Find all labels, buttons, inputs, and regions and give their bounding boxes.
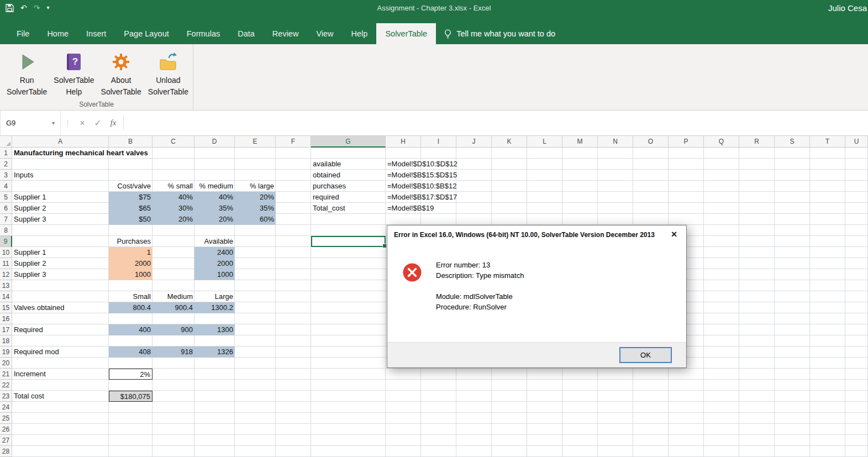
cell-C4[interactable]: % small	[152, 181, 194, 192]
cell-A11[interactable]: Supplier 2	[12, 258, 48, 269]
cell-A10[interactable]: Supplier 1	[12, 247, 48, 258]
tab-formulas[interactable]: Formulas	[178, 23, 229, 44]
column-header-A[interactable]: A	[12, 136, 109, 148]
cell-H4[interactable]: =Model!$B$10:$B$12	[386, 181, 458, 192]
column-header-B[interactable]: B	[109, 136, 152, 148]
tab-home[interactable]: Home	[38, 23, 77, 44]
row-header-1[interactable]: 1	[0, 148, 12, 159]
column-header-M[interactable]: M	[562, 136, 598, 148]
tab-file[interactable]: File	[8, 23, 38, 44]
cell-G5[interactable]: required	[311, 192, 341, 203]
row-header-15[interactable]: 15	[0, 302, 12, 313]
cell-G6[interactable]: Total_cost	[311, 203, 347, 214]
cell-E7[interactable]: 60%	[235, 214, 276, 225]
row-header-19[interactable]: 19	[0, 346, 12, 358]
column-header-I[interactable]: I	[421, 136, 456, 148]
column-header-U[interactable]: U	[845, 136, 868, 148]
about-solvertable-button[interactable]: AboutSolverTable	[98, 48, 145, 98]
column-header-O[interactable]: O	[633, 136, 669, 148]
tab-insert[interactable]: Insert	[77, 23, 115, 44]
column-header-D[interactable]: D	[194, 136, 235, 148]
row-header-7[interactable]: 7	[0, 214, 12, 225]
cell-D11[interactable]: 2000	[194, 258, 235, 269]
formula-input[interactable]	[126, 111, 868, 135]
cell-D10[interactable]: 2400	[194, 247, 235, 258]
row-header-11[interactable]: 11	[0, 258, 12, 269]
cell-D6[interactable]: 35%	[194, 203, 235, 214]
row-header-23[interactable]: 23	[0, 391, 12, 402]
row-header-18[interactable]: 18	[0, 335, 12, 346]
cell-C5[interactable]: 40%	[152, 192, 194, 203]
cell-C19[interactable]: 918	[152, 346, 194, 358]
tell-me-box[interactable]: Tell me what you want to do	[444, 23, 555, 44]
row-header-8[interactable]: 8	[0, 225, 12, 236]
tab-review[interactable]: Review	[264, 23, 308, 44]
cell-C14[interactable]: Medium	[152, 291, 194, 302]
tab-help[interactable]: Help	[343, 23, 377, 44]
cell-A1[interactable]: Manufacturing mechanical heart valves	[12, 148, 150, 159]
column-header-G[interactable]: G	[311, 136, 386, 148]
insert-function-icon[interactable]: fx	[106, 118, 121, 128]
cell-E4[interactable]: % large	[235, 181, 276, 192]
cell-A3[interactable]: Inputs	[12, 170, 35, 181]
cell-A12[interactable]: Supplier 3	[12, 269, 48, 280]
cell-B14[interactable]: Small	[109, 291, 152, 302]
tab-page-layout[interactable]: Page Layout	[115, 23, 177, 44]
cell-D9[interactable]: Available	[194, 236, 235, 247]
cell-A21[interactable]: Increment	[12, 369, 48, 380]
cell-D12[interactable]: 1000	[194, 269, 235, 280]
cell-C15[interactable]: 900.4	[152, 302, 194, 313]
column-header-N[interactable]: N	[598, 136, 633, 148]
cell-B7[interactable]: $50	[109, 214, 152, 225]
row-header-12[interactable]: 12	[0, 269, 12, 280]
row-header-14[interactable]: 14	[0, 291, 12, 302]
select-all-corner[interactable]	[0, 136, 12, 148]
cell-B9[interactable]: Purchases	[109, 236, 152, 247]
customize-qat-icon[interactable]: ▾	[46, 5, 49, 10]
row-header-25[interactable]: 25	[0, 413, 12, 424]
cell-G4[interactable]: purchases	[311, 181, 348, 192]
tab-view[interactable]: View	[307, 23, 342, 44]
row-header-5[interactable]: 5	[0, 192, 12, 203]
cell-B6[interactable]: $65	[109, 203, 152, 214]
cell-D19[interactable]: 1326	[194, 346, 235, 358]
column-header-H[interactable]: H	[386, 136, 421, 148]
close-icon[interactable]: ×	[662, 225, 686, 244]
row-header-27[interactable]: 27	[0, 435, 12, 446]
chevron-down-icon[interactable]: ▾	[52, 120, 55, 126]
undo-icon[interactable]: ↶	[20, 4, 27, 12]
column-header-P[interactable]: P	[669, 136, 704, 148]
cell-A7[interactable]: Supplier 3	[12, 214, 48, 225]
row-header-17[interactable]: 17	[0, 324, 12, 335]
unload-solvertable-button[interactable]: UnloadSolverTable	[145, 48, 192, 98]
ok-button[interactable]: OK	[619, 347, 672, 363]
cell-G2[interactable]: available	[311, 159, 343, 170]
cell-A17[interactable]: Required	[12, 324, 45, 335]
row-header-4[interactable]: 4	[0, 181, 12, 192]
cell-H2[interactable]: =Model!$D$10:$D$12	[386, 159, 459, 170]
cell-G3[interactable]: obtained	[311, 170, 342, 181]
cell-E6[interactable]: 35%	[235, 203, 276, 214]
column-header-C[interactable]: C	[152, 136, 194, 148]
solvertable-help-button[interactable]: ? SolverTableHelp	[50, 48, 97, 98]
column-header-J[interactable]: J	[456, 136, 492, 148]
cell-B17[interactable]: 400	[109, 324, 152, 335]
row-header-22[interactable]: 22	[0, 380, 12, 391]
cell-D15[interactable]: 1300.2	[194, 302, 235, 313]
column-header-S[interactable]: S	[775, 136, 810, 148]
cell-D4[interactable]: % medium	[194, 181, 235, 192]
column-header-E[interactable]: E	[235, 136, 276, 148]
cell-A23[interactable]: Total cost	[12, 391, 46, 402]
cell-E5[interactable]: 20%	[235, 192, 276, 203]
tab-solvertable[interactable]: SolverTable	[376, 23, 436, 44]
redo-icon[interactable]: ↷	[34, 4, 40, 12]
cell-B23[interactable]: $180,075	[109, 391, 152, 402]
cell-B11[interactable]: 2000	[109, 258, 152, 269]
column-header-T[interactable]: T	[810, 136, 845, 148]
cell-A15[interactable]: Valves obtained	[12, 302, 66, 313]
cell-C7[interactable]: 20%	[152, 214, 194, 225]
cell-B19[interactable]: 408	[109, 346, 152, 358]
row-header-21[interactable]: 21	[0, 369, 12, 380]
cell-C6[interactable]: 30%	[152, 203, 194, 214]
dialog-titlebar[interactable]: Error in Excel 16.0, Windows (64-bit) NT…	[387, 225, 686, 244]
